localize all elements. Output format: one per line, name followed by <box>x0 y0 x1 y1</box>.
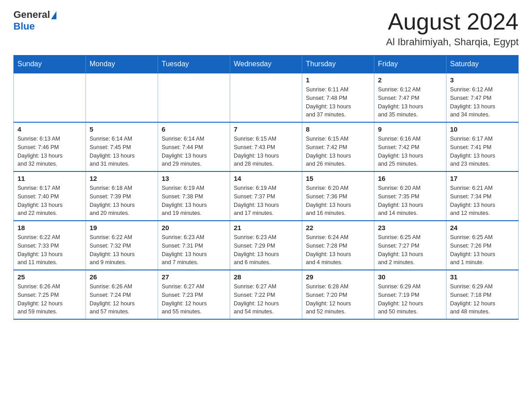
day-info: Sunrise: 6:26 AM Sunset: 7:24 PM Dayligh… <box>90 283 154 316</box>
calendar-header-row: SundayMondayTuesdayWednesdayThursdayFrid… <box>14 56 519 73</box>
day-number: 22 <box>306 224 370 231</box>
calendar-cell: 6Sunrise: 6:14 AM Sunset: 7:44 PM Daylig… <box>158 122 230 171</box>
day-number: 16 <box>378 175 442 182</box>
calendar-cell <box>158 73 230 122</box>
logo-general-text: General <box>13 9 50 21</box>
day-info: Sunrise: 6:20 AM Sunset: 7:36 PM Dayligh… <box>306 184 370 218</box>
day-number: 13 <box>162 175 226 182</box>
calendar-cell: 18Sunrise: 6:22 AM Sunset: 7:33 PM Dayli… <box>14 221 86 270</box>
day-number: 10 <box>450 125 515 133</box>
calendar-cell: 20Sunrise: 6:23 AM Sunset: 7:31 PM Dayli… <box>158 221 230 270</box>
day-info: Sunrise: 6:25 AM Sunset: 7:27 PM Dayligh… <box>378 233 442 267</box>
day-info: Sunrise: 6:17 AM Sunset: 7:40 PM Dayligh… <box>17 184 82 218</box>
day-info: Sunrise: 6:20 AM Sunset: 7:35 PM Dayligh… <box>378 184 442 218</box>
calendar-cell: 12Sunrise: 6:18 AM Sunset: 7:39 PM Dayli… <box>86 171 158 221</box>
day-info: Sunrise: 6:12 AM Sunset: 7:47 PM Dayligh… <box>450 86 515 119</box>
day-number: 20 <box>162 224 226 231</box>
day-number: 5 <box>90 125 154 133</box>
calendar-cell: 11Sunrise: 6:17 AM Sunset: 7:40 PM Dayli… <box>14 171 86 221</box>
calendar-week-row: 25Sunrise: 6:26 AM Sunset: 7:25 PM Dayli… <box>14 270 519 319</box>
weekday-header-thursday: Thursday <box>302 56 374 73</box>
calendar-cell: 19Sunrise: 6:22 AM Sunset: 7:32 PM Dayli… <box>86 221 158 270</box>
day-info: Sunrise: 6:14 AM Sunset: 7:44 PM Dayligh… <box>162 135 226 168</box>
day-info: Sunrise: 6:12 AM Sunset: 7:47 PM Dayligh… <box>378 86 442 119</box>
day-number: 1 <box>306 76 370 84</box>
calendar-cell: 29Sunrise: 6:28 AM Sunset: 7:20 PM Dayli… <box>302 270 374 319</box>
day-info: Sunrise: 6:23 AM Sunset: 7:29 PM Dayligh… <box>234 233 298 267</box>
location-title: Al Ibrahimiyah, Sharqia, Egypt <box>386 36 519 48</box>
logo-blue-text: Blue <box>13 21 35 32</box>
day-number: 31 <box>450 273 515 281</box>
day-info: Sunrise: 6:21 AM Sunset: 7:34 PM Dayligh… <box>450 184 515 218</box>
day-number: 21 <box>234 224 298 231</box>
logo-triangle-icon <box>51 11 56 19</box>
day-number: 28 <box>234 273 298 281</box>
day-info: Sunrise: 6:15 AM Sunset: 7:43 PM Dayligh… <box>234 135 298 168</box>
title-section: August 2024 Al Ibrahimiyah, Sharqia, Egy… <box>386 9 519 48</box>
calendar-cell: 24Sunrise: 6:25 AM Sunset: 7:26 PM Dayli… <box>446 221 519 270</box>
day-info: Sunrise: 6:28 AM Sunset: 7:20 PM Dayligh… <box>306 283 370 316</box>
calendar-cell: 30Sunrise: 6:29 AM Sunset: 7:19 PM Dayli… <box>374 270 446 319</box>
day-info: Sunrise: 6:19 AM Sunset: 7:38 PM Dayligh… <box>162 184 226 218</box>
day-number: 12 <box>90 175 154 182</box>
day-number: 8 <box>306 125 370 133</box>
day-number: 29 <box>306 273 370 281</box>
day-info: Sunrise: 6:29 AM Sunset: 7:19 PM Dayligh… <box>378 283 442 316</box>
day-number: 24 <box>450 224 515 231</box>
day-info: Sunrise: 6:24 AM Sunset: 7:28 PM Dayligh… <box>306 233 370 267</box>
calendar-week-row: 4Sunrise: 6:13 AM Sunset: 7:46 PM Daylig… <box>14 122 519 171</box>
day-info: Sunrise: 6:11 AM Sunset: 7:48 PM Dayligh… <box>306 86 370 119</box>
day-info: Sunrise: 6:26 AM Sunset: 7:25 PM Dayligh… <box>17 283 82 316</box>
day-info: Sunrise: 6:18 AM Sunset: 7:39 PM Dayligh… <box>90 184 154 218</box>
calendar-cell: 13Sunrise: 6:19 AM Sunset: 7:38 PM Dayli… <box>158 171 230 221</box>
calendar-cell <box>230 73 302 122</box>
day-info: Sunrise: 6:16 AM Sunset: 7:42 PM Dayligh… <box>378 135 442 168</box>
day-number: 17 <box>450 175 515 182</box>
calendar-cell: 10Sunrise: 6:17 AM Sunset: 7:41 PM Dayli… <box>446 122 519 171</box>
logo: General Blue <box>13 9 56 32</box>
day-number: 18 <box>17 224 82 231</box>
weekday-header-saturday: Saturday <box>446 56 519 73</box>
calendar-week-row: 1Sunrise: 6:11 AM Sunset: 7:48 PM Daylig… <box>14 73 519 122</box>
calendar-cell <box>86 73 158 122</box>
weekday-header-monday: Monday <box>86 56 158 73</box>
calendar-cell: 9Sunrise: 6:16 AM Sunset: 7:42 PM Daylig… <box>374 122 446 171</box>
calendar-table: SundayMondayTuesdayWednesdayThursdayFrid… <box>13 55 519 320</box>
calendar-cell: 25Sunrise: 6:26 AM Sunset: 7:25 PM Dayli… <box>14 270 86 319</box>
page-header: General Blue August 2024 Al Ibrahimiyah,… <box>13 9 519 48</box>
day-info: Sunrise: 6:27 AM Sunset: 7:23 PM Dayligh… <box>162 283 226 316</box>
day-number: 19 <box>90 224 154 231</box>
day-info: Sunrise: 6:22 AM Sunset: 7:33 PM Dayligh… <box>17 233 82 267</box>
day-number: 27 <box>162 273 226 281</box>
weekday-header-sunday: Sunday <box>14 56 86 73</box>
day-info: Sunrise: 6:29 AM Sunset: 7:18 PM Dayligh… <box>450 283 515 316</box>
calendar-cell: 16Sunrise: 6:20 AM Sunset: 7:35 PM Dayli… <box>374 171 446 221</box>
month-title: August 2024 <box>386 9 519 34</box>
calendar-cell <box>14 73 86 122</box>
calendar-cell: 27Sunrise: 6:27 AM Sunset: 7:23 PM Dayli… <box>158 270 230 319</box>
calendar-cell: 22Sunrise: 6:24 AM Sunset: 7:28 PM Dayli… <box>302 221 374 270</box>
day-number: 7 <box>234 125 298 133</box>
day-info: Sunrise: 6:22 AM Sunset: 7:32 PM Dayligh… <box>90 233 154 267</box>
weekday-header-wednesday: Wednesday <box>230 56 302 73</box>
day-number: 9 <box>378 125 442 133</box>
weekday-header-tuesday: Tuesday <box>158 56 230 73</box>
calendar-cell: 4Sunrise: 6:13 AM Sunset: 7:46 PM Daylig… <box>14 122 86 171</box>
day-number: 6 <box>162 125 226 133</box>
day-info: Sunrise: 6:13 AM Sunset: 7:46 PM Dayligh… <box>17 135 82 168</box>
day-number: 15 <box>306 175 370 182</box>
day-number: 30 <box>378 273 442 281</box>
day-number: 23 <box>378 224 442 231</box>
calendar-cell: 28Sunrise: 6:27 AM Sunset: 7:22 PM Dayli… <box>230 270 302 319</box>
day-info: Sunrise: 6:15 AM Sunset: 7:42 PM Dayligh… <box>306 135 370 168</box>
calendar-cell: 2Sunrise: 6:12 AM Sunset: 7:47 PM Daylig… <box>374 73 446 122</box>
calendar-cell: 1Sunrise: 6:11 AM Sunset: 7:48 PM Daylig… <box>302 73 374 122</box>
calendar-cell: 15Sunrise: 6:20 AM Sunset: 7:36 PM Dayli… <box>302 171 374 221</box>
day-number: 2 <box>378 76 442 84</box>
day-number: 14 <box>234 175 298 182</box>
day-info: Sunrise: 6:14 AM Sunset: 7:45 PM Dayligh… <box>90 135 154 168</box>
calendar-week-row: 11Sunrise: 6:17 AM Sunset: 7:40 PM Dayli… <box>14 171 519 221</box>
calendar-cell: 3Sunrise: 6:12 AM Sunset: 7:47 PM Daylig… <box>446 73 519 122</box>
calendar-cell: 31Sunrise: 6:29 AM Sunset: 7:18 PM Dayli… <box>446 270 519 319</box>
day-number: 3 <box>450 76 515 84</box>
